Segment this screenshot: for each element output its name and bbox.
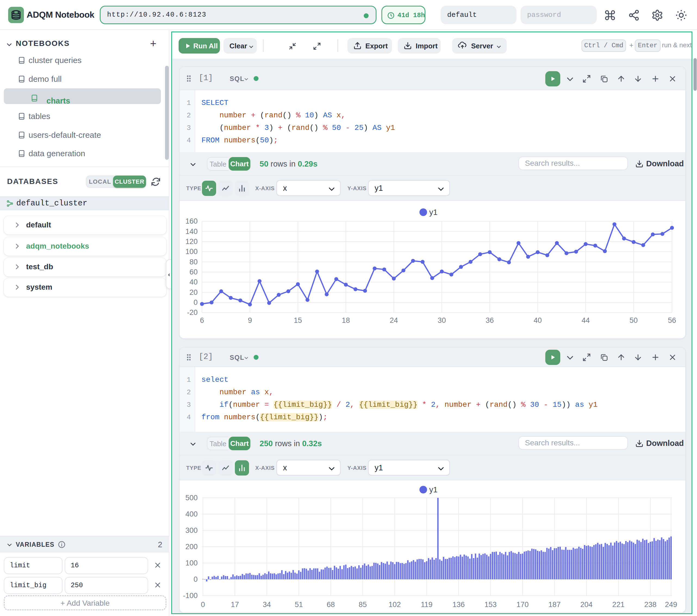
- svg-text:9: 9: [248, 316, 252, 325]
- svg-text:15: 15: [294, 316, 302, 325]
- svg-text:204: 204: [580, 601, 593, 609]
- svg-text:200: 200: [186, 543, 198, 551]
- svg-text:56: 56: [668, 316, 676, 325]
- svg-text:40: 40: [534, 316, 542, 325]
- svg-text:300: 300: [186, 526, 198, 535]
- svg-text:0: 0: [194, 298, 198, 306]
- svg-text:0: 0: [194, 575, 198, 583]
- svg-text:120: 120: [186, 238, 198, 246]
- svg-text:85: 85: [358, 601, 367, 609]
- svg-text:400: 400: [186, 510, 198, 518]
- svg-text:y1: y1: [429, 485, 438, 494]
- svg-text:50: 50: [629, 316, 638, 325]
- svg-text:-100: -100: [183, 591, 198, 600]
- svg-text:170: 170: [517, 601, 529, 609]
- svg-text:60: 60: [190, 268, 198, 276]
- svg-text:0: 0: [201, 601, 205, 609]
- svg-text:238: 238: [644, 601, 656, 609]
- svg-text:221: 221: [612, 601, 624, 609]
- svg-text:17: 17: [231, 601, 239, 609]
- svg-text:30: 30: [438, 316, 446, 325]
- svg-text:y1: y1: [429, 208, 438, 216]
- svg-text:140: 140: [186, 227, 198, 236]
- svg-text:100: 100: [186, 247, 198, 256]
- svg-text:36: 36: [486, 316, 494, 325]
- svg-text:100: 100: [186, 559, 198, 567]
- svg-text:40: 40: [190, 278, 198, 286]
- svg-text:136: 136: [453, 601, 465, 609]
- svg-text:18: 18: [342, 316, 350, 325]
- svg-text:24: 24: [390, 316, 398, 325]
- svg-text:68: 68: [327, 601, 335, 609]
- svg-text:187: 187: [548, 601, 561, 609]
- svg-text:20: 20: [190, 288, 198, 297]
- svg-text:500: 500: [186, 494, 198, 502]
- svg-text:153: 153: [485, 601, 496, 609]
- svg-text:51: 51: [295, 601, 303, 609]
- svg-text:44: 44: [581, 316, 590, 325]
- svg-text:102: 102: [388, 601, 401, 609]
- svg-text:34: 34: [263, 601, 271, 609]
- svg-text:160: 160: [186, 217, 198, 225]
- svg-text:-20: -20: [187, 309, 198, 317]
- svg-text:119: 119: [421, 601, 432, 609]
- svg-text:6: 6: [200, 316, 204, 325]
- svg-text:249: 249: [665, 601, 677, 609]
- svg-text:80: 80: [190, 258, 198, 266]
